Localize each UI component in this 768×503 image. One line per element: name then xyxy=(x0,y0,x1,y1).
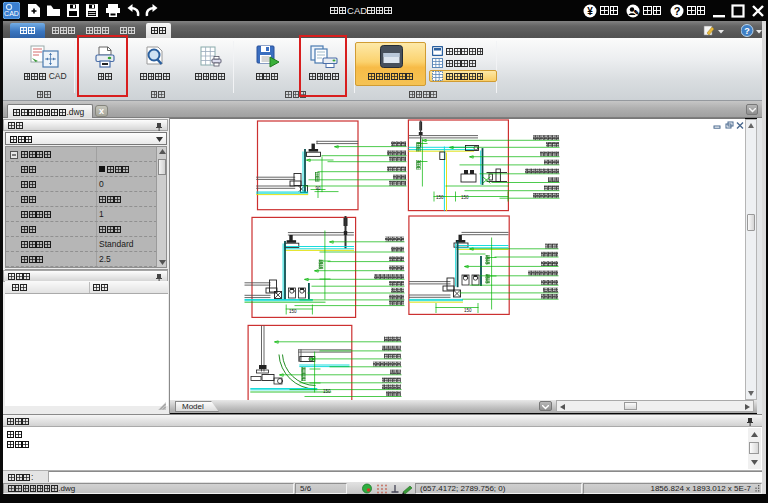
svg-text:90: 90 xyxy=(316,186,322,191)
svg-text:150: 150 xyxy=(464,308,472,313)
svg-text:CAD: CAD xyxy=(4,10,19,17)
svg-text:?: ? xyxy=(744,26,750,36)
svg-text:150: 150 xyxy=(323,389,331,394)
svg-text:?: ? xyxy=(674,5,681,17)
svg-text:✎: ✎ xyxy=(634,9,640,16)
svg-text:150: 150 xyxy=(289,309,297,314)
svg-text:150: 150 xyxy=(436,195,444,200)
svg-text:¥: ¥ xyxy=(587,6,593,17)
svg-text:150: 150 xyxy=(461,195,469,200)
